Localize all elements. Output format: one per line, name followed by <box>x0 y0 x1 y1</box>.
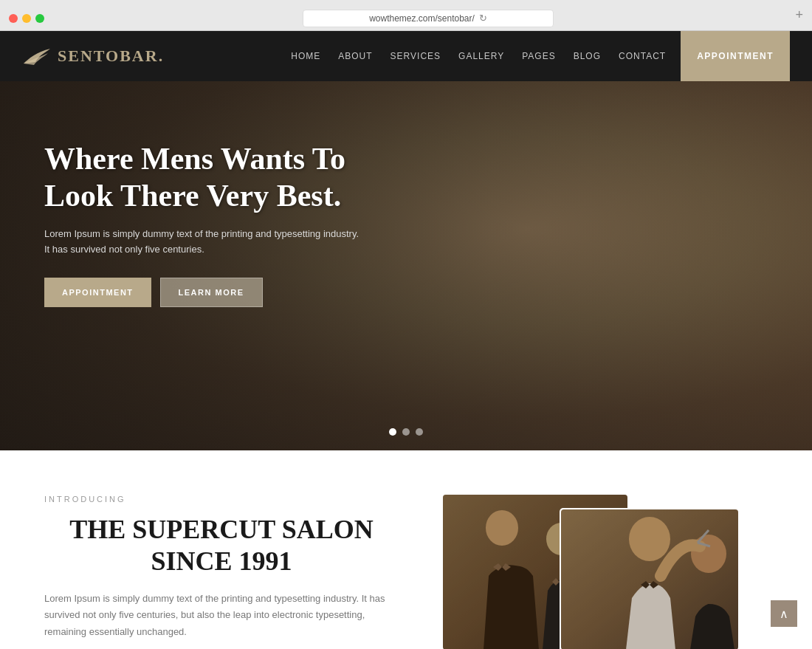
nav-home[interactable]: HOME <box>291 51 320 61</box>
nav-pages[interactable]: PAGES <box>522 51 555 61</box>
url-text: wowthemez.com/sentobar/ <box>369 13 475 24</box>
hero-learnmore-button[interactable]: LEARN MORE <box>160 278 263 307</box>
website-container: SENTOBAR. HOME ABOUT SERVICES GALLERY PA… <box>0 31 812 649</box>
logo-text: SENTOBAR. <box>58 47 164 66</box>
close-dot[interactable] <box>9 14 18 23</box>
slider-dots <box>389 428 423 436</box>
hero-buttons: APPOINTMENT LEARN MORE <box>44 278 399 307</box>
slider-dot-3[interactable] <box>416 428 423 436</box>
about-photo-collage <box>443 495 753 649</box>
about-left: INTRODUCING THE SUPERCUT SALON SINCE 199… <box>44 495 399 640</box>
nav-contact[interactable]: CONTACT <box>619 51 666 61</box>
about-description: Lorem Ipsum is simply dummy text of the … <box>44 591 399 639</box>
nav-services[interactable]: SERVICES <box>390 51 441 61</box>
slider-dot-2[interactable] <box>402 428 410 436</box>
scroll-top-icon: ∧ <box>780 607 788 621</box>
scroll-top-button[interactable]: ∧ <box>771 600 797 627</box>
maximize-dot[interactable] <box>35 14 44 23</box>
svg-rect-49 <box>561 509 738 649</box>
logo-area[interactable]: SENTOBAR. <box>22 46 164 66</box>
nav-gallery[interactable]: GALLERY <box>458 51 504 61</box>
url-bar[interactable]: wowthemez.com/sentobar/ ↻ <box>303 10 554 27</box>
browser-dots <box>9 14 44 23</box>
navbar: SENTOBAR. HOME ABOUT SERVICES GALLERY PA… <box>0 31 812 81</box>
about-intro-label: INTRODUCING <box>44 495 399 504</box>
hero-title: Where Mens Wants To Look There Very Best… <box>44 140 399 215</box>
nav-blog[interactable]: BLOG <box>574 51 601 61</box>
slider-dot-1[interactable] <box>389 428 396 436</box>
new-tab-button[interactable]: + <box>795 7 803 23</box>
about-title: THE SUPERCUT SALON SINCE 1991 <box>44 514 399 577</box>
appointment-nav-button[interactable]: APPOINTMENT <box>681 31 790 81</box>
browser-chrome: wowthemez.com/sentobar/ ↻ + <box>0 0 812 31</box>
about-images <box>443 495 738 649</box>
hero-subtitle: Lorem Ipsum is simply dummy text of the … <box>44 227 399 258</box>
about-section: INTRODUCING THE SUPERCUT SALON SINCE 199… <box>0 450 812 649</box>
refresh-icon[interactable]: ↻ <box>479 13 487 24</box>
nav-about[interactable]: ABOUT <box>338 51 372 61</box>
minimize-dot[interactable] <box>22 14 31 23</box>
nav-links: HOME ABOUT SERVICES GALLERY PAGES BLOG C… <box>291 51 666 61</box>
hero-appointment-button[interactable]: APPOINTMENT <box>44 278 151 307</box>
logo-icon <box>22 46 52 66</box>
hero-section: Where Mens Wants To Look There Very Best… <box>0 81 812 450</box>
hero-content: Where Mens Wants To Look There Very Best… <box>44 140 399 307</box>
